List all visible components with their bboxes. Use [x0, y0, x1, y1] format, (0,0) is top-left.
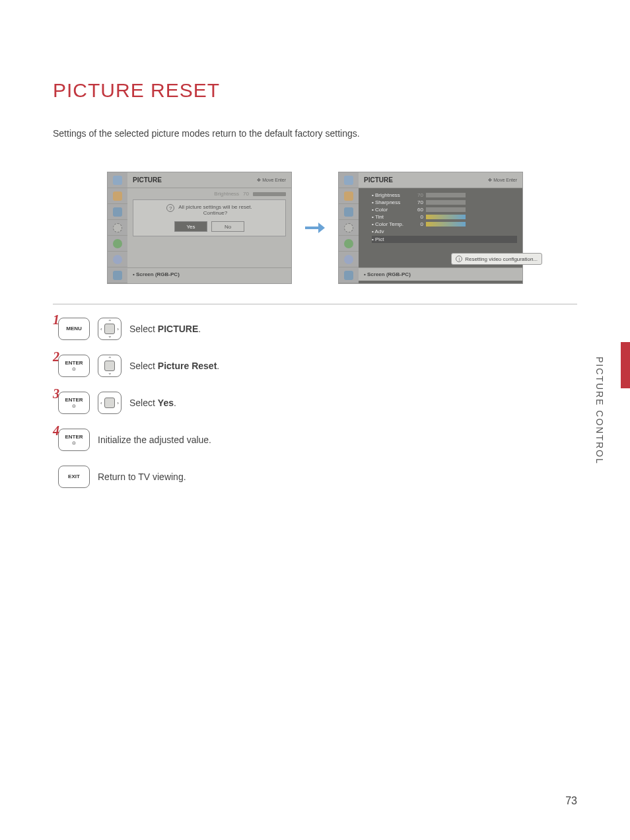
osd-row-value: 0 — [411, 221, 423, 227]
chevron-up-icon: ⌃ — [108, 356, 112, 362]
nav-pad[interactable]: ‹ › ⌃ ⌄ — [98, 318, 122, 340]
osd-tab-icon — [339, 236, 359, 252]
arrow-icon — [305, 224, 325, 232]
osd-setting-value: 70 — [243, 191, 249, 197]
osd-tab-icon — [339, 267, 359, 283]
step-number: 4 — [53, 423, 59, 438]
osd-tab-icon — [339, 188, 359, 204]
slider-bar — [426, 215, 466, 219]
osd-screen-right: PICTURE ✥ Move Enter Brightness70 Sharpn… — [338, 172, 523, 284]
osd-row-label: Brightness — [372, 192, 411, 198]
osd-tab-icon — [339, 252, 359, 267]
osd-tab-icon — [339, 220, 359, 236]
step-number: 1 — [53, 312, 59, 328]
step-text: Initialize the adjusted value. — [98, 435, 211, 445]
chevron-right-icon: › — [117, 326, 119, 332]
step-5: EXIT Return to TV viewing. — [58, 466, 577, 488]
confirm-dialog: ? All picture settings will be reset. Co… — [133, 199, 286, 236]
screenshot-row: PICTURE ✥ Move Enter Brightness 70 ? All… — [53, 172, 577, 284]
toast-message: i Resetting video configuration... — [451, 253, 542, 265]
slider-bar — [426, 200, 466, 205]
osd-row-label: Color — [372, 207, 411, 213]
step-4: 4 ENTER⊙ Initialize the adjusted value. — [58, 429, 577, 451]
step-1: 1 MENU ‹ › ⌃ ⌄ Select PICTURE. — [58, 318, 577, 340]
osd-tab-icon — [108, 204, 127, 220]
osd-row-label: Color Temp. — [372, 221, 411, 227]
osd-tab-icon — [108, 188, 127, 204]
osd-row-value: 70 — [411, 199, 423, 205]
osd-row-label: Tint — [372, 214, 411, 220]
step-text: Select Picture Reset. — [129, 361, 219, 371]
steps-list: 1 MENU ‹ › ⌃ ⌄ Select PICTURE. 2 ENTER⊙ … — [58, 318, 577, 488]
menu-key[interactable]: MENU — [58, 318, 90, 340]
nav-pad[interactable]: ‹ › — [98, 392, 122, 414]
enter-key[interactable]: ENTER⊙ — [58, 355, 90, 377]
osd-tab-icon — [108, 252, 127, 267]
osd-row-value: 60 — [411, 207, 423, 213]
osd-footer: • Screen (RGB-PC) — [127, 267, 291, 281]
chevron-left-icon: ‹ — [100, 326, 102, 332]
exit-key[interactable]: EXIT — [58, 466, 90, 488]
chevron-down-icon: ⌄ — [108, 333, 112, 339]
intro-text: Settings of the selected picture modes r… — [53, 128, 577, 139]
osd-title: PICTURE — [364, 176, 393, 184]
step-text: Return to TV viewing. — [98, 472, 186, 482]
slider-bar — [426, 207, 466, 212]
side-tab — [621, 342, 630, 388]
no-button[interactable]: No — [211, 221, 244, 232]
chevron-down-icon: ⌄ — [108, 370, 112, 376]
step-number: 3 — [53, 386, 59, 402]
enter-key[interactable]: ENTER⊙ — [58, 392, 90, 414]
step-text: Select Yes. — [129, 398, 176, 408]
osd-row-label: Pict — [372, 236, 411, 242]
osd-tab-icon — [108, 172, 127, 188]
divider — [53, 304, 577, 304]
step-3: 3 ENTER⊙ ‹ › Select Yes. — [58, 392, 577, 414]
chevron-right-icon: › — [117, 400, 119, 406]
osd-title: PICTURE — [133, 176, 162, 184]
section-label: PICTURE CONTROL — [594, 357, 605, 465]
osd-screen-left: PICTURE ✥ Move Enter Brightness 70 ? All… — [107, 172, 292, 284]
osd-tab-icon — [339, 172, 359, 188]
slider-bar — [426, 193, 466, 197]
osd-tab-icon — [108, 220, 127, 236]
osd-hint: ✥ Move Enter — [488, 178, 517, 183]
info-icon: i — [456, 256, 462, 262]
osd-tab-icon — [108, 236, 127, 252]
osd-hint: ✥ Move Enter — [257, 178, 286, 183]
yes-button[interactable]: Yes — [174, 221, 207, 232]
osd-row-value: 70 — [411, 192, 423, 198]
chevron-up-icon: ⌃ — [108, 319, 112, 325]
dialog-text: All picture settings will be reset. — [178, 204, 252, 210]
chevron-left-icon: ‹ — [100, 400, 102, 406]
dialog-text: Continue? — [203, 210, 227, 216]
page-title: PICTURE RESET — [53, 79, 577, 102]
osd-row-label: Adv — [372, 228, 411, 234]
question-icon: ? — [166, 204, 174, 212]
step-number: 2 — [53, 349, 59, 365]
enter-key[interactable]: ENTER⊙ — [58, 429, 90, 451]
nav-pad[interactable]: ⌃ ⌄ — [98, 355, 122, 377]
slider-bar — [426, 222, 466, 227]
step-2: 2 ENTER⊙ ⌃ ⌄ Select Picture Reset. — [58, 355, 577, 377]
osd-setting-label: Brightness — [214, 191, 239, 197]
osd-row-label: Sharpness — [372, 199, 411, 205]
osd-row-value: 0 — [411, 214, 423, 220]
slider-bar — [253, 192, 286, 196]
osd-tab-icon — [339, 204, 359, 220]
page-number: 73 — [565, 795, 577, 807]
osd-footer: • Screen (RGB-PC) — [359, 267, 522, 281]
step-text: Select PICTURE. — [129, 324, 201, 334]
osd-tab-icon — [108, 267, 127, 283]
